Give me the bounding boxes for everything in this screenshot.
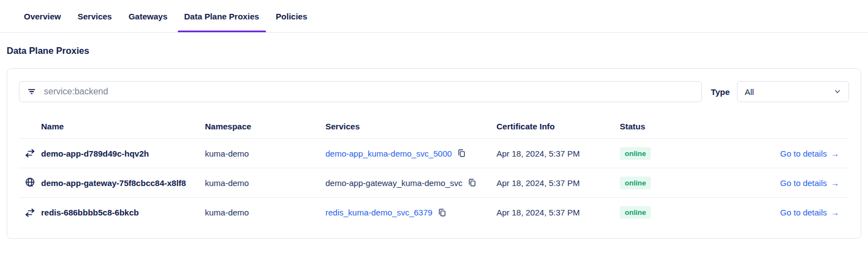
chevron-down-icon (834, 88, 841, 96)
table-row: demo-app-d789d49c-hqv2h kuma-demo demo-a… (19, 139, 849, 168)
column-header-name: Name (41, 122, 205, 131)
page-title: Data Plane Proxies (7, 46, 868, 56)
table-row: redis-686bbbb5c8-6bkcb kuma-demo redis_k… (19, 198, 849, 227)
search-box[interactable] (19, 81, 702, 102)
status-badge: online (620, 206, 651, 219)
proxy-namespace: kuma-demo (205, 208, 325, 217)
service-name: demo-app-gateway_kuma-demo_svc (325, 178, 463, 188)
table-row: demo-app-gateway-75f8cbcc84-x8lf8 kuma-d… (19, 168, 849, 198)
certificate-info: Apr 18, 2024, 5:37 PM (496, 178, 620, 188)
proxy-namespace: kuma-demo (205, 149, 325, 158)
data-plane-proxies-card: Type All Name Namespace Services Certifi… (7, 68, 861, 239)
tab-data-plane-proxies[interactable]: Data Plane Proxies (178, 12, 266, 32)
table-header-row: Name Namespace Services Certificate Info… (19, 114, 849, 139)
status-badge: online (620, 177, 651, 189)
go-to-details-link[interactable]: Go to details → (780, 149, 839, 158)
proxy-icon (19, 207, 41, 219)
go-to-details-label: Go to details (780, 178, 827, 188)
copy-icon[interactable] (457, 149, 466, 158)
go-to-details-label: Go to details (780, 149, 827, 158)
tab-overview[interactable]: Overview (17, 12, 68, 32)
go-to-details-link[interactable]: Go to details → (780, 208, 839, 217)
proxy-name: redis-686bbbb5c8-6bkcb (41, 208, 205, 217)
arrow-right-icon: → (831, 149, 839, 158)
tab-bar: Overview Services Gateways Data Plane Pr… (0, 0, 868, 33)
column-header-status: Status (620, 122, 720, 131)
search-input[interactable] (44, 87, 694, 97)
go-to-details-link[interactable]: Go to details → (780, 178, 839, 188)
certificate-info: Apr 18, 2024, 5:37 PM (496, 149, 620, 158)
column-header-certificate-info: Certificate Info (496, 122, 620, 131)
type-filter-group: Type All (711, 81, 849, 102)
proxy-name: demo-app-d789d49c-hqv2h (41, 149, 205, 158)
service-link[interactable]: demo-app_kuma-demo_svc_5000 (325, 149, 452, 158)
proxies-table: Name Namespace Services Certificate Info… (19, 114, 849, 227)
proxy-name: demo-app-gateway-75f8cbcc84-x8lf8 (41, 178, 205, 188)
certificate-info: Apr 18, 2024, 5:37 PM (496, 208, 620, 217)
gateway-globe-icon (19, 177, 41, 189)
copy-icon[interactable] (468, 178, 476, 187)
proxy-icon (19, 147, 41, 159)
tab-gateways[interactable]: Gateways (122, 12, 174, 32)
filter-lines-icon (27, 87, 37, 97)
tab-services[interactable]: Services (71, 12, 119, 32)
type-label: Type (711, 87, 730, 97)
copy-icon[interactable] (438, 208, 446, 217)
tab-policies[interactable]: Policies (269, 12, 314, 32)
status-badge: online (620, 147, 651, 160)
type-select-value: All (745, 87, 754, 97)
arrow-right-icon: → (831, 208, 839, 217)
arrow-right-icon: → (831, 178, 839, 188)
proxy-namespace: kuma-demo (205, 178, 325, 188)
go-to-details-label: Go to details (780, 208, 827, 217)
column-header-namespace: Namespace (205, 122, 325, 131)
column-header-services: Services (325, 122, 496, 131)
service-link[interactable]: redis_kuma-demo_svc_6379 (325, 208, 433, 217)
filter-row: Type All (19, 81, 849, 102)
type-select[interactable]: All (737, 81, 849, 102)
